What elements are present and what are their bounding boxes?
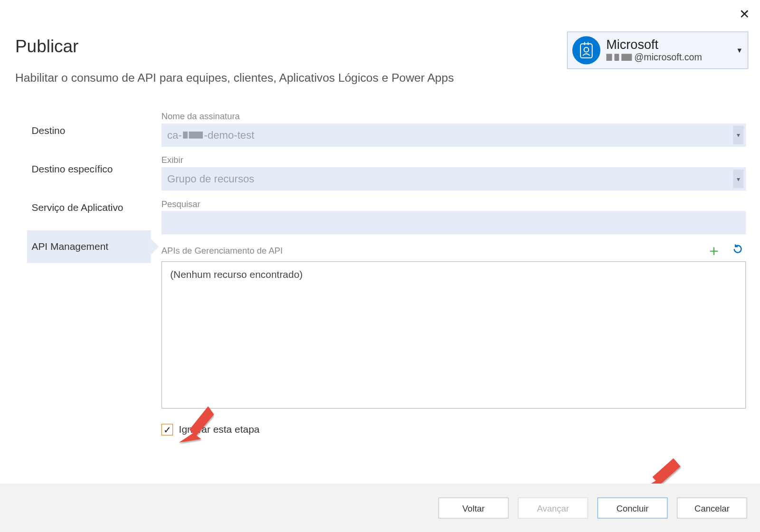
apis-list: (Nenhum recurso encontrado) xyxy=(162,261,746,408)
finish-button[interactable]: Concluir xyxy=(598,497,668,518)
svg-point-1 xyxy=(584,48,589,52)
account-name: Microsoft xyxy=(606,38,732,52)
apis-empty-text: (Nenhum recurso encontrado) xyxy=(170,269,303,280)
footer-buttons: Voltar Avançar Concluir Cancelar xyxy=(0,484,760,532)
search-input[interactable] xyxy=(162,211,746,234)
search-label: Pesquisar xyxy=(162,199,746,209)
view-select[interactable]: Grupo de recursos ▾ xyxy=(162,167,746,190)
chevron-down-icon: ▾ xyxy=(733,126,743,144)
view-label: Exibir xyxy=(162,155,746,165)
account-picker[interactable]: Microsoft @microsoft.com ▼ xyxy=(567,31,749,69)
cancel-button[interactable]: Cancelar xyxy=(677,497,747,518)
view-value: Grupo de recursos xyxy=(167,173,254,185)
chevron-down-icon: ▾ xyxy=(733,170,743,188)
step-destino-especifico[interactable]: Destino específico xyxy=(27,153,151,186)
page-title: Publicar xyxy=(15,36,78,56)
close-icon[interactable]: ✕ xyxy=(739,7,750,22)
account-email: @microsoft.com xyxy=(606,52,732,63)
add-icon[interactable]: ＋ xyxy=(706,243,722,258)
back-button[interactable]: Voltar xyxy=(438,497,509,518)
subscription-label: Nome da assinatura xyxy=(162,111,746,121)
chevron-down-icon: ▼ xyxy=(736,46,743,54)
next-button: Avançar xyxy=(518,497,588,518)
step-destino[interactable]: Destino xyxy=(27,114,151,147)
subscription-select[interactable]: ca- -demo-test ▾ xyxy=(162,124,746,147)
svg-rect-0 xyxy=(580,44,592,58)
apis-label: APIs de Gerenciamento de API xyxy=(162,245,283,255)
wizard-steps: Destino Destino específico Serviço de Ap… xyxy=(27,114,151,269)
skip-step-checkbox[interactable]: ✓ xyxy=(162,424,173,436)
step-servico-aplicativo[interactable]: Serviço de Aplicativo xyxy=(27,192,151,225)
skip-step-label: Ignorar esta etapa xyxy=(179,424,260,436)
badge-icon xyxy=(572,36,600,64)
page-subtitle: Habilitar o consumo de API para equipes,… xyxy=(15,71,454,85)
refresh-icon[interactable] xyxy=(732,243,744,257)
step-api-management[interactable]: API Management xyxy=(27,230,151,263)
